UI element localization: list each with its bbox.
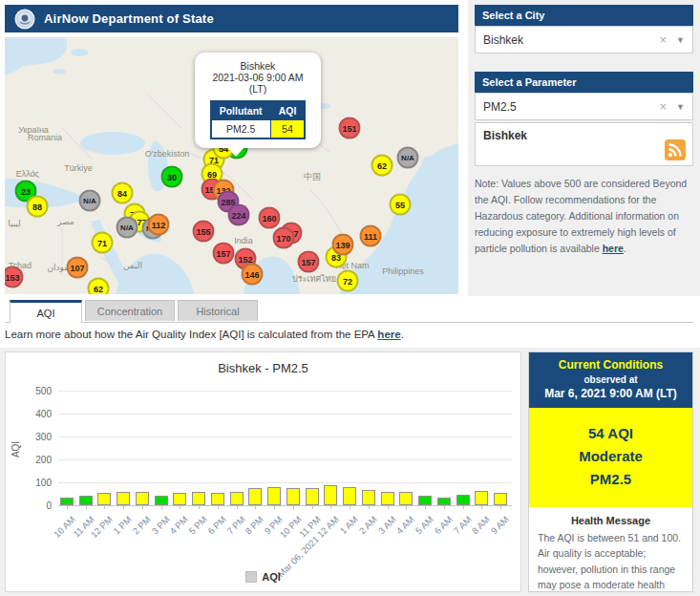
rss-icon[interactable] [665,139,686,160]
chart-bar[interactable] [399,492,413,505]
parameter-select[interactable]: PM2.5 × ▼ [475,93,693,120]
popup-city: Bishkek [200,60,316,72]
aqi-marker[interactable]: 30 [161,166,183,188]
chart-bar[interactable] [306,488,319,505]
conditions-datetime: Mar 6, 2021 9:00 AM (LT) [533,387,689,400]
feed-city-label: Bishkek [483,129,527,142]
city-select-value: Bishkek [483,33,659,47]
aqi-marker[interactable]: 151 [339,117,361,139]
chart-x-tick-label: 3 AM [375,514,397,536]
chart-x-tick [274,505,275,509]
chevron-down-icon[interactable]: ▼ [676,35,685,45]
aqi-marker[interactable]: N/A [79,190,101,212]
health-message-title: Health Message [529,515,692,526]
aqi-marker[interactable]: 224 [228,204,250,226]
chart-bar[interactable] [381,492,394,505]
aqi-marker[interactable]: 157 [298,251,320,273]
parameter-select-value: PM2.5 [483,100,659,114]
map-country-label: اليمن [123,261,142,270]
chart-x-tick [86,505,87,509]
tab-historical[interactable]: Historical [178,300,258,321]
chart-bar[interactable] [437,498,451,505]
aqi-pollutant: PM2.5 [529,468,692,491]
aqi-marker[interactable]: 62 [88,278,110,295]
aqi-marker[interactable]: 88 [27,196,49,218]
chart-bar[interactable] [475,491,488,505]
aqi-marker[interactable]: N/A [397,147,419,169]
chart-bar[interactable] [418,496,432,505]
chart-x-tick [199,505,200,509]
aqi-marker[interactable]: 72 [337,270,359,292]
chart-x-tick-label: 3 PM [149,514,171,536]
map-country-label: Philippines [382,266,424,276]
aqi-marker[interactable]: 84 [112,182,134,204]
chart-bar[interactable] [155,496,168,505]
map-country-label: Ελλάς [16,169,39,179]
tab-aqi[interactable]: AQI [10,300,82,323]
chart-x-tick [255,505,256,509]
chart-bar[interactable] [230,492,244,505]
chart-bar[interactable] [456,495,470,505]
chart-bar[interactable] [173,493,186,505]
clear-icon[interactable]: × [659,99,667,114]
chart-y-tick-label: 400 [17,409,52,419]
chart-x-tick-label: 2 PM [130,514,152,536]
aqi-value: 54 AQI [529,422,692,445]
aqi-marker[interactable]: 170 [273,227,295,249]
city-select-panel: Select a City Bishkek × ▼ [475,5,693,53]
chart-x-tick-label: 8 PM [244,514,265,536]
chart-bar[interactable] [60,498,74,505]
chart-x-tick [330,505,331,509]
aqi-marker[interactable]: 112 [148,214,170,236]
chart-gridline [58,482,512,483]
map-country-label: India [234,236,253,245]
aqi-marker[interactable]: 155 [193,221,215,243]
chart-x-tick-label: 7 AM [451,514,473,536]
chart-bar[interactable] [79,496,93,505]
city-select[interactable]: Bishkek × ▼ [475,26,693,53]
chart-bar[interactable] [117,492,130,505]
aqi-marker[interactable]: 71 [92,232,114,254]
chart-bar[interactable] [343,487,356,505]
chart-bar[interactable] [324,485,337,505]
chart-bar[interactable] [494,493,507,505]
chart-bar[interactable] [362,490,375,505]
aqi-marker[interactable]: 157 [213,243,235,265]
aqi-marker[interactable]: 160 [259,207,281,229]
aqi-marker[interactable]: 139 [332,234,354,256]
chart-bar[interactable] [211,493,224,505]
tab-concentration[interactable]: Concentration [85,300,175,321]
map-country-label: O'zbekiston [145,149,190,159]
note-here-link[interactable]: here [603,243,624,254]
chart-legend[interactable]: AQI [6,571,520,583]
chart-bar[interactable] [248,488,262,505]
map[interactable]: УкраїнаRomaniaΕλλάςTürkiyeO'zbekistonایر… [5,37,458,294]
feed-box: Bishkek [475,122,693,166]
chart-bar[interactable] [192,492,205,505]
epa-here-link[interactable]: here [377,329,400,340]
chart-x-tick [142,505,143,509]
aqi-marker[interactable]: 107 [67,257,89,279]
aqi-marker[interactable]: N/A [117,217,138,239]
chart-bar[interactable] [136,492,149,505]
aqi-marker[interactable]: 62 [371,155,393,177]
chart-x-tick [218,505,219,509]
chart-bar[interactable] [267,487,281,505]
app-title: AirNow Department of State [44,11,214,26]
state-department-seal-logo [14,9,35,30]
clear-icon[interactable]: × [659,32,667,47]
aqi-chart-panel: Bishkek - PM2.5 AQI 010020030040050010 A… [5,351,521,592]
aqi-marker[interactable]: 55 [390,194,412,216]
aqi-marker[interactable]: 146 [242,264,264,286]
chart-x-tick [388,505,389,509]
learn-more-period: . [401,329,404,340]
learn-more-text: Learn more about how the Air Quality Ind… [5,329,404,340]
chevron-down-icon[interactable]: ▼ [676,102,685,112]
chart-x-tick [481,505,482,509]
chart-x-tick [350,505,350,509]
map-country-label: مصر [57,217,74,226]
aqi-marker[interactable]: 111 [360,225,382,247]
chart-bar[interactable] [286,488,300,505]
parameter-panel-title: Select a Parameter [475,72,693,93]
chart-bar[interactable] [97,493,111,505]
